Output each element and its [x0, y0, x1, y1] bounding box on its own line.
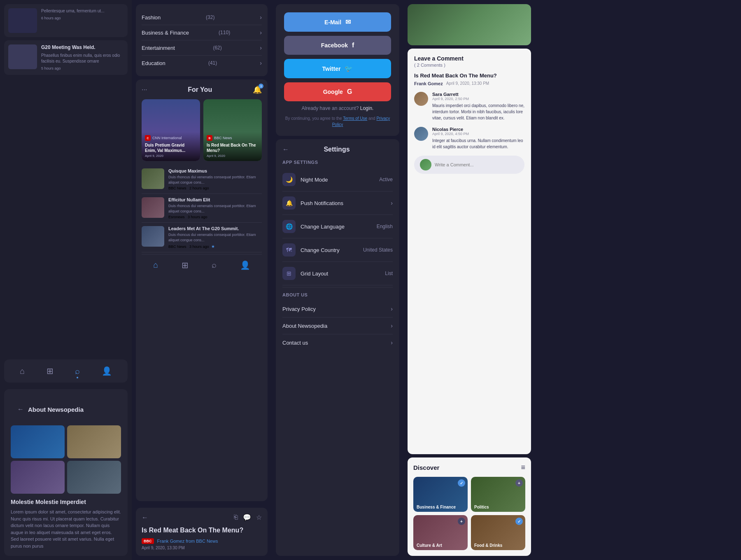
comment-item-1: Nicolas Pierce April 9, 2020, 4:50 PM In… [414, 127, 524, 150]
discover-header: Discover ≡ [413, 463, 525, 472]
discover-badge-pol: + [515, 479, 523, 487]
col4-comments-discover: Leave a Comment ( 2 Comments ) Is Red Me… [403, 0, 535, 560]
article-back-btn[interactable]: ← [142, 514, 148, 521]
news-thumb-1 [8, 8, 37, 33]
featured-card-bbc[interactable]: B BBC News Is Red Meat Back On The Menu?… [203, 99, 262, 161]
category-item-entertainment[interactable]: Entertainment (62) › [142, 40, 262, 56]
discover-card-food[interactable]: ✓ Food & Drinks [471, 515, 525, 550]
news-list-item-2[interactable]: Leaders Met At The G20 Summit. Duis rhon… [142, 223, 262, 252]
foryou-nav-grid[interactable]: ⊞ [180, 259, 190, 272]
news-timestamp-2: 5 hours ago [41, 66, 124, 71]
settings-grid-layout[interactable]: ⊞ Grid Layout List [282, 262, 393, 285]
for-you-bottom-nav: ⌂ ⊞ ⌕ 👤 [142, 254, 262, 272]
about-title: About Newsopedia [28, 406, 84, 413]
grid-layout-label: Grid Layout [301, 271, 380, 277]
settings-privacy-policy[interactable]: Privacy Policy › [282, 301, 393, 317]
news-card-1[interactable]: Pellentesque urna, fermentum ut... 6 hou… [4, 4, 128, 37]
about-back-btn[interactable]: ← [17, 406, 24, 413]
nav-grid-icon[interactable]: ⊞ [45, 364, 55, 378]
category-chevron-fashion: › [260, 14, 262, 21]
google-login-button[interactable]: Google G [284, 82, 391, 101]
about-panel: ← About Newsopedia Molestie Molestie Imp… [4, 389, 128, 556]
login-link[interactable]: Login. [360, 105, 374, 111]
news-card-text-1: Pellentesque urna, fermentum ut... 6 hou… [41, 8, 104, 21]
about-body-text: Lorem ipsum dolor sit amet, consectetur … [11, 509, 121, 549]
foryou-nav-search[interactable]: ⌕ [210, 259, 218, 272]
article-hero-image [408, 4, 531, 45]
news-thumb-2 [8, 44, 37, 69]
category-chevron-education: › [260, 60, 262, 66]
article-detail-panel: ← ⎗ 💬 ☆ Is Red Meat Back On The Menu? BB… [136, 508, 268, 556]
settings-about-newsopedia[interactable]: About Newsopedia › [282, 317, 393, 334]
push-notif-icon: 🔔 [282, 196, 296, 210]
night-mode-value: Active [379, 177, 393, 182]
category-count-entertainment: (62) [213, 45, 221, 51]
settings-push-notifications[interactable]: 🔔 Push Notifications › [282, 191, 393, 215]
article-comment-icon[interactable]: 💬 [243, 513, 251, 521]
contact-chevron: › [391, 339, 393, 346]
article-share-icon[interactable]: ⎗ [234, 513, 238, 521]
discover-title: Discover [413, 464, 439, 471]
contact-us-label: Contact us [282, 340, 386, 346]
comment-avatar-0 [414, 92, 428, 106]
nav-profile-icon[interactable]: 👤 [100, 364, 114, 378]
twitter-login-button[interactable]: Twitter 🐦 [284, 59, 391, 78]
settings-change-language[interactable]: 🌐 Change Language English [282, 215, 393, 238]
write-comment-area[interactable] [414, 156, 524, 174]
article-source-badge: BBC [142, 538, 154, 544]
comment-date-0: April 9, 2020, 2:50 PM [432, 97, 524, 101]
push-notif-label: Push Notifications [301, 200, 386, 206]
discover-label-fd: Food & Drinks [474, 543, 502, 548]
news-list-title-2: Leaders Met At The G20 Summit. [168, 226, 262, 231]
email-login-button[interactable]: E-Mail ✉ [284, 12, 391, 32]
discover-card-politics[interactable]: + Politics [471, 477, 525, 512]
news-list-thumb-0 [142, 168, 164, 189]
category-item-fashion[interactable]: Fashion (32) › [142, 10, 262, 25]
about-newsopedia-label: About Newsopedia [282, 323, 386, 329]
article-detail-header: ← ⎗ 💬 ☆ [142, 513, 262, 521]
foryou-nav-profile[interactable]: 👤 [238, 259, 252, 272]
facebook-btn-label: Facebook [321, 42, 348, 49]
settings-title: Settings [293, 146, 380, 153]
grid-layout-icon: ⊞ [282, 267, 296, 280]
comments-panel: Leave a Comment ( 2 Comments ) Is Red Me… [408, 49, 531, 454]
col1-news-feed: Pellentesque urna, fermentum ut... 6 hou… [0, 0, 132, 560]
article-question-title: Is Red Meat Back On The Menu? [414, 72, 524, 79]
social-login-panel: E-Mail ✉ Facebook f Twitter 🐦 Google G A… [276, 4, 399, 136]
news-list-title-1: Efficitur Nullam Elit [168, 197, 262, 202]
featured-cards: C CNN International Duis Pretium Gravid … [142, 99, 262, 161]
leave-comment-title: Leave a Comment [414, 55, 524, 62]
settings-back-btn[interactable]: ← [282, 146, 289, 153]
comment-text-1: Integer at faucibus urna. Nullam condime… [432, 138, 524, 150]
discover-badge-fd: ✓ [515, 518, 523, 525]
news-title-2: G20 Meeting Was Held. [41, 44, 124, 51]
discover-card-business[interactable]: ✓ Business & Finance [413, 477, 468, 512]
featured-card-cnn[interactable]: C CNN International Duis Pretium Gravid … [142, 99, 200, 161]
for-you-header: ··· For You 🔔 3 [142, 85, 262, 94]
settings-contact-us[interactable]: Contact us › [282, 334, 393, 351]
news-list-title-0: Quisque Maximus [168, 168, 262, 173]
category-name-fashion: Fashion [142, 14, 161, 21]
settings-night-mode[interactable]: 🌙 Night Mode Active [282, 168, 393, 191]
comment-avatar-1 [414, 127, 428, 141]
nav-search-icon[interactable]: ⌕ [73, 365, 82, 378]
category-item-business[interactable]: Business & Finance (110) › [142, 25, 262, 40]
settings-change-country[interactable]: 🗺 Change Country United States [282, 238, 393, 262]
discover-menu-icon[interactable]: ≡ [521, 463, 525, 472]
news-card-2[interactable]: G20 Meeting Was Held. Phasellus finibus … [4, 40, 128, 75]
foryou-nav-home[interactable]: ⌂ [151, 259, 160, 272]
category-chevron-business: › [260, 29, 262, 36]
nav-home-icon[interactable]: ⌂ [18, 365, 26, 378]
category-item-education[interactable]: Education (41) › [142, 56, 262, 70]
news-list-item-1[interactable]: Efficitur Nullam Elit Duis rhoncus dui v… [142, 194, 262, 223]
news-list-item-0[interactable]: Quisque Maximus Duis rhoncus dui venenat… [142, 165, 262, 194]
news-list-body-2: Leaders Met At The G20 Summit. Duis rhon… [168, 226, 262, 248]
article-star-icon[interactable]: ☆ [256, 513, 262, 521]
write-comment-input[interactable] [435, 162, 519, 167]
terms-link[interactable]: Terms of Use [343, 116, 367, 121]
settings-panel: ← Settings App Settings 🌙 Night Mode Act… [276, 139, 399, 556]
for-you-bell-icon[interactable]: 🔔 3 [253, 85, 262, 94]
categories-panel: Fashion (32) › Business & Finance (110) … [136, 4, 268, 76]
facebook-login-button[interactable]: Facebook f [284, 36, 391, 55]
discover-card-culture[interactable]: + Culture & Art [413, 515, 468, 550]
